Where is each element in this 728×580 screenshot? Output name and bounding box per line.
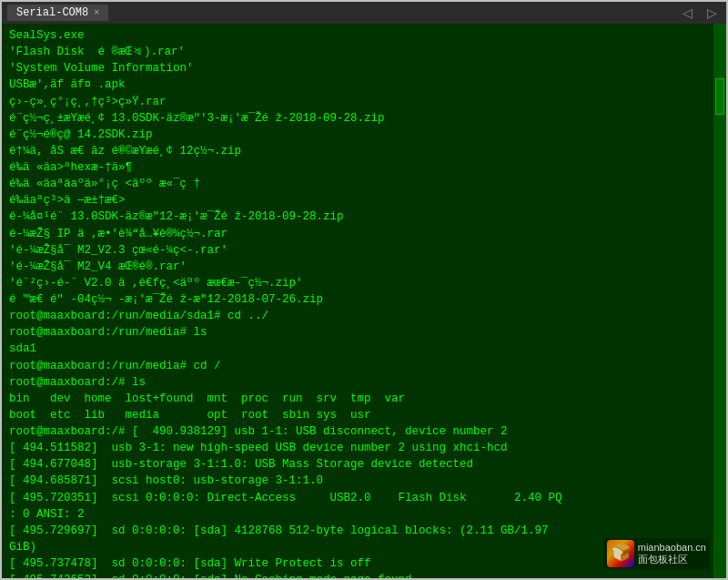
main-window: Serial-COM8 × ◁ ▷ SealSys.exe 'Flash Dis… xyxy=(0,0,728,580)
title-bar: Serial-COM8 × ◁ ▷ xyxy=(2,2,726,24)
scrollbar-thumb[interactable] xyxy=(715,78,724,115)
scrollbar[interactable] xyxy=(713,24,726,578)
terminal-body[interactable]: SealSys.exe 'Flash Disk é ®æŒꄠ).rar' 'Sy… xyxy=(2,24,726,578)
tab-close-icon[interactable]: × xyxy=(94,8,99,18)
watermark-site: mianbaoban.cn xyxy=(638,542,706,554)
terminal-output: SealSys.exe 'Flash Disk é ®æŒꄠ).rar' 'Sy… xyxy=(9,27,719,578)
watermark-cn: 面包板社区 xyxy=(638,554,706,565)
title-bar-right: ◁ ▷ xyxy=(679,5,721,20)
nav-right-button[interactable]: ▷ xyxy=(703,5,721,20)
tab-label: Serial-COM8 xyxy=(16,6,88,19)
watermark-box: 🍞 mianbaoban.cn 面包板社区 xyxy=(603,538,710,569)
watermark-icon: 🍞 xyxy=(607,540,634,567)
serial-tab[interactable]: Serial-COM8 × xyxy=(7,5,108,21)
nav-left-button[interactable]: ◁ xyxy=(679,5,696,20)
watermark: 🍞 mianbaoban.cn 面包板社区 xyxy=(603,538,710,569)
title-bar-left: Serial-COM8 × xyxy=(7,5,108,21)
watermark-text: mianbaoban.cn 面包板社区 xyxy=(638,542,706,565)
